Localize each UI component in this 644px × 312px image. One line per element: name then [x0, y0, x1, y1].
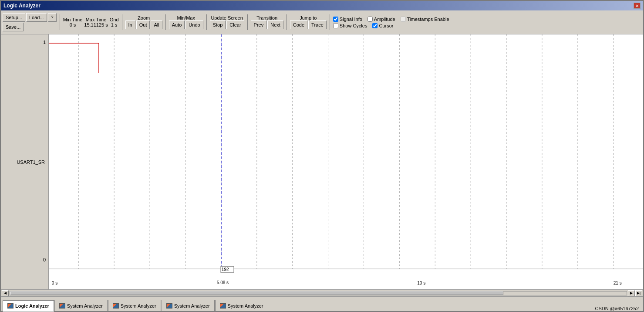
tab-icon-sys2 — [113, 303, 119, 309]
sep7 — [330, 14, 330, 30]
prev-button[interactable]: Prev — [251, 20, 267, 29]
min-time-group: Min Time 0 s — [63, 17, 83, 27]
cursor-checkbox[interactable] — [372, 23, 378, 28]
sep2 — [122, 14, 122, 30]
tab-group: Logic Analyzer System Analyzer System An… — [1, 300, 270, 311]
tab-label-0: Logic Analyzer — [15, 303, 49, 309]
main-window: Logic Analyzer ✕ Setup... Load... ? Save… — [0, 0, 644, 312]
zoom-out-button[interactable]: Out — [136, 20, 150, 29]
tab-label-4: System Analyzer — [228, 303, 263, 309]
cursor-label: Cursor — [379, 23, 393, 28]
max-time-value: 15.11125 s — [84, 22, 108, 27]
stop-button[interactable]: Stop — [210, 20, 226, 29]
timestamps-label: Timestamps Enable — [407, 17, 449, 22]
cursor-row: Cursor — [372, 23, 393, 28]
jumpto-label: Jump to — [300, 15, 317, 20]
chart-svg: 192 5.08 s 0 s 10 s 21 s — [49, 34, 643, 289]
svg-text:0 s: 0 s — [52, 281, 57, 285]
zoom-in-button[interactable]: In — [125, 20, 135, 29]
code-button[interactable]: Code — [290, 20, 307, 29]
next-button[interactable]: Next — [267, 20, 283, 29]
tab-label-3: System Analyzer — [174, 303, 210, 309]
bottom-bar: Logic Analyzer System Analyzer System An… — [1, 296, 643, 311]
clear-button[interactable]: Clear — [226, 20, 244, 29]
sep3 — [165, 14, 166, 30]
zoom-group: Zoom In Out All — [125, 15, 162, 29]
toolbar: Setup... Load... ? Save... Min Time 0 s … — [1, 10, 643, 34]
signal-info-row: Signal Info — [333, 17, 362, 22]
sep6 — [287, 14, 287, 30]
timestamps-row: Timestamps Enable — [401, 17, 449, 22]
signal-label-panel: 1 0 USART1_SR — [1, 34, 49, 289]
minmax-label: Min/Max — [177, 15, 195, 20]
tab-label-1: System Analyzer — [67, 303, 103, 309]
max-time-label: Max Time — [86, 17, 107, 22]
auto-button[interactable]: Auto — [169, 20, 185, 29]
show-cycles-checkbox[interactable] — [333, 23, 338, 28]
max-time-group: Max Time 15.11125 s — [84, 17, 108, 27]
sep5 — [247, 14, 248, 30]
sep1 — [60, 14, 60, 30]
signal-info-label: Signal Info — [340, 17, 362, 22]
tab-logic-analyzer[interactable]: Logic Analyzer — [3, 300, 54, 312]
grid-value: 1 s — [111, 22, 118, 27]
scrollbar-track[interactable] — [10, 291, 627, 295]
trace-button[interactable]: Trace — [308, 20, 327, 29]
minmax-group: Min/Max Auto Undo — [169, 15, 203, 29]
amplitude-row: Amplitude — [368, 17, 395, 22]
y-label-bottom: 0 — [43, 257, 46, 262]
svg-text:5.08 s: 5.08 s — [217, 280, 229, 285]
tab-system-4[interactable]: System Analyzer — [215, 300, 268, 311]
file-buttons: Setup... Load... ? Save... — [3, 13, 57, 31]
signal-info-checkbox[interactable] — [333, 17, 338, 22]
svg-text:192: 192 — [222, 267, 229, 272]
grid-group: Grid 1 s — [110, 17, 119, 27]
tab-icon-sys1 — [59, 303, 65, 309]
tab-system-2[interactable]: System Analyzer — [108, 300, 161, 311]
jumpto-group: Jump to Code Trace — [290, 15, 327, 29]
scroll-end-button[interactable]: ▶| — [635, 290, 642, 296]
window-title: Logic Analyzer — [3, 3, 40, 9]
y-label-top: 1 — [43, 40, 46, 45]
sep4 — [206, 14, 207, 30]
scrollbar-container: ◀ ▶ ▶| — [1, 289, 643, 296]
status-bar: CSDN @a65167252 — [591, 306, 643, 311]
transition-label: Transition — [256, 15, 277, 20]
zoom-label: Zoom — [138, 15, 150, 20]
status-text: CSDN @a65167252 — [595, 306, 639, 311]
min-time-label: Min Time — [63, 17, 83, 22]
amplitude-label: Amplitude — [374, 17, 395, 22]
transition-group: Transition Prev Next — [251, 15, 283, 29]
setup-button[interactable]: Setup... — [3, 13, 25, 22]
update-group: Update Screen Stop Clear — [210, 15, 244, 29]
tab-label-2: System Analyzer — [121, 303, 156, 309]
signal-name: USART1_SR — [1, 159, 48, 165]
checkbox-group: Signal Info Amplitude Timestamps Enable … — [333, 17, 449, 28]
tab-icon-sys3 — [166, 303, 172, 309]
update-label: Update Screen — [211, 15, 243, 20]
scroll-right-button[interactable]: ▶ — [628, 290, 635, 296]
tab-icon-sys4 — [220, 303, 226, 309]
help-button[interactable]: ? — [48, 13, 57, 22]
scrollbar-thumb[interactable] — [10, 292, 503, 295]
show-cycles-row: Show Cycles — [333, 23, 368, 28]
svg-text:10 s: 10 s — [417, 281, 425, 285]
grid-label: Grid — [110, 17, 119, 22]
title-bar: Logic Analyzer ✕ — [1, 1, 643, 10]
show-cycles-label: Show Cycles — [340, 23, 368, 28]
zoom-all-button[interactable]: All — [151, 20, 162, 29]
min-time-value: 0 s — [70, 22, 76, 27]
tab-system-1[interactable]: System Analyzer — [54, 300, 108, 311]
chart-plot[interactable]: 192 5.08 s 0 s 10 s 21 s — [49, 34, 643, 289]
load-button[interactable]: Load... — [26, 13, 47, 22]
main-area: 1 0 USART1_SR — [1, 34, 643, 296]
tab-icon-logic — [7, 303, 13, 309]
undo-button[interactable]: Undo — [185, 20, 203, 29]
svg-text:21 s: 21 s — [614, 281, 622, 285]
amplitude-checkbox[interactable] — [368, 17, 373, 22]
tab-system-3[interactable]: System Analyzer — [162, 300, 215, 311]
save-button[interactable]: Save... — [3, 23, 24, 31]
close-button[interactable]: ✕ — [634, 3, 641, 9]
timestamps-checkbox[interactable] — [401, 17, 406, 22]
scroll-left-button[interactable]: ◀ — [2, 290, 9, 296]
